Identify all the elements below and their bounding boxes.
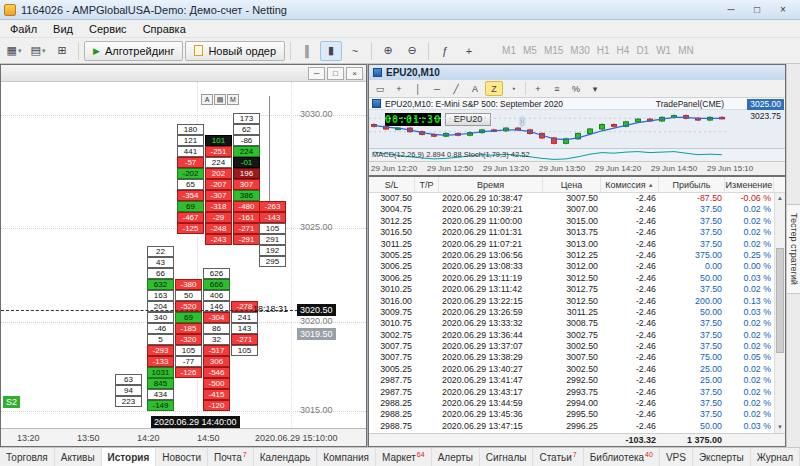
close-button[interactable]: × — [770, 2, 796, 18]
history-row[interactable]: 3006.252020.06.29 13:11:193012.50-2.4650… — [369, 273, 774, 284]
scroll-up-icon[interactable]: ▲ — [775, 193, 785, 204]
scroll-down-icon[interactable]: ▼ — [775, 422, 785, 433]
restore-chart-button[interactable]: □ — [327, 67, 344, 80]
history-column-header[interactable]: S/L — [369, 177, 415, 192]
bottom-tab[interactable]: История — [102, 448, 157, 466]
line-chart-icon[interactable]: ~ — [344, 41, 366, 61]
zoom-out-icon[interactable]: ⊖ — [401, 41, 423, 61]
history-row[interactable]: 3010.752020.06.29 13:33:323008.75-2.4637… — [369, 318, 774, 329]
bottom-tab[interactable]: Маркет64 — [376, 448, 432, 466]
candles-chart-icon[interactable]: ▮ — [320, 41, 342, 61]
history-row[interactable]: 3010.252020.06.29 13:11:423012.75-2.4637… — [369, 284, 774, 295]
history-column-header[interactable]: Цена — [543, 177, 601, 192]
indicators-icon[interactable]: ƒ — [434, 41, 456, 61]
timeframe-button[interactable]: H4 — [617, 45, 630, 56]
cursor-icon[interactable]: ▭ — [371, 81, 389, 96]
menu-item[interactable]: Справка — [135, 22, 194, 36]
history-row[interactable]: 3006.252020.06.29 13:08:333012.00-2.460.… — [369, 261, 774, 272]
timeframe-button[interactable]: H1 — [597, 45, 610, 56]
hline-icon[interactable]: ─ — [428, 81, 446, 96]
cluster-mode-button[interactable]: M — [227, 94, 239, 105]
vline-icon[interactable]: │ — [409, 81, 427, 96]
crosshair-icon[interactable]: + — [458, 41, 480, 61]
history-row[interactable]: 3004.752020.06.29 10:39:213007.00-2.4637… — [369, 204, 774, 215]
bottom-tab[interactable]: VPS — [660, 448, 693, 466]
timeframe-button[interactable]: MN — [678, 45, 694, 56]
history-row[interactable]: 3007.752020.06.29 13:37:073002.50-2.4637… — [369, 341, 774, 352]
history-row[interactable]: 2988.752020.06.29 13:47:152996.25-2.4650… — [369, 421, 774, 432]
history-row[interactable]: 3009.752020.06.29 13:26:593011.25-2.4650… — [369, 307, 774, 318]
history-column-header[interactable]: Время — [439, 177, 543, 192]
history-row[interactable]: 2987.752020.06.29 13:43:172993.75-2.4637… — [369, 387, 774, 398]
timeframe-button[interactable]: M15 — [544, 45, 563, 56]
bottom-tab[interactable]: Календарь — [254, 448, 317, 466]
history-row[interactable]: 3007.502020.06.29 10:38:473007.50-2.46-8… — [369, 193, 774, 204]
close-chart-button[interactable]: × — [346, 67, 363, 80]
cluster-chart-canvas[interactable]: 3030.003025.003020.003015.00180121441-57… — [1, 82, 366, 428]
new-order-button[interactable]: Новый ордер — [185, 41, 285, 61]
bars-chart-icon[interactable]: ║ — [296, 41, 318, 61]
history-cell: 2987.75 — [369, 387, 415, 398]
clock-icon[interactable]: ◔ — [504, 81, 522, 96]
trendline-icon[interactable]: ╱ — [447, 81, 465, 96]
text-tool-icon[interactable]: A — [466, 81, 484, 96]
scrollbar-thumb[interactable] — [776, 248, 784, 353]
minimize-chart-button[interactable]: ─ — [308, 67, 325, 80]
new-chart-icon[interactable]: ▦▾ — [3, 41, 25, 61]
history-row[interactable]: 3005.252020.06.29 13:40:273002.50-2.4625… — [369, 364, 774, 375]
bottom-tab[interactable]: Почта7 — [208, 448, 254, 466]
timeframe-button[interactable]: D1 — [636, 45, 649, 56]
zoom-in-icon[interactable]: ⊕ — [377, 41, 399, 61]
bottom-tab[interactable]: Новости — [156, 448, 208, 466]
history-column-header[interactable]: Изменение — [725, 177, 774, 192]
tile-windows-icon[interactable]: ⊞ — [51, 41, 73, 61]
bottom-tab[interactable]: Компания — [317, 448, 376, 466]
menu-item[interactable]: Сервис — [81, 22, 135, 36]
bottom-tab[interactable]: Активы — [55, 448, 102, 466]
history-column-header[interactable]: Прибыль — [659, 177, 725, 192]
bottom-tab[interactable]: Библиотека40 — [584, 448, 660, 466]
history-row[interactable]: 3016.502020.06.29 11:01:313013.75-2.4637… — [369, 227, 774, 238]
bottom-tab[interactable]: Торговля — [0, 448, 55, 466]
bottom-tab[interactable]: Сигналы — [480, 448, 534, 466]
add-indicator-icon[interactable]: + — [529, 81, 547, 96]
indicator-subwindow[interactable]: MACD(12,26,9) 2.894 0.88 Stoch(1,79,3) 4… — [369, 148, 785, 161]
maximize-button[interactable]: □ — [744, 2, 770, 18]
timeframe-button[interactable]: M1 — [502, 45, 516, 56]
percent-icon[interactable]: % — [567, 81, 585, 96]
bottom-tab[interactable]: Статьи7 — [533, 448, 583, 466]
bottom-tab[interactable]: Алерты — [432, 448, 480, 466]
cluster-window-titlebar[interactable]: ─□× — [1, 65, 366, 82]
history-row[interactable]: 3005.252020.06.29 13:06:563012.25-2.4637… — [369, 250, 774, 261]
quote-window-titlebar[interactable]: EPU20,M10 — [369, 65, 785, 80]
timeframe-button[interactable]: W1 — [656, 45, 671, 56]
cluster-mode-button[interactable]: A — [201, 94, 213, 105]
history-row[interactable]: 3016.002020.06.29 13:22:153012.50-2.4620… — [369, 296, 774, 307]
history-row[interactable]: 2988.252020.06.29 13:45:362995.50-2.4637… — [369, 409, 774, 420]
history-row[interactable]: 3011.252020.06.29 11:07:213013.00-2.4637… — [369, 239, 774, 250]
history-row[interactable]: 2988.252020.06.29 13:44:592994.00-2.4637… — [369, 398, 774, 409]
history-row[interactable]: 2987.752020.06.29 13:41:472992.50-2.4625… — [369, 375, 774, 386]
history-column-header[interactable]: Комиссия▲ — [601, 177, 659, 192]
history-column-header[interactable]: T/P — [415, 177, 439, 192]
history-row[interactable]: 3012.252020.06.29 11:00:003015.00-2.4637… — [369, 216, 774, 227]
list-icon[interactable]: ≡ — [548, 81, 566, 96]
algo-trading-button[interactable]: ▶Алготрейдинг — [84, 41, 183, 61]
bottom-tab[interactable]: Эксперты — [693, 448, 751, 466]
dropdown-icon[interactable]: ▾ — [586, 81, 604, 96]
cluster-mode-button[interactable]: ▤ — [214, 94, 226, 105]
quote-chart-canvas[interactable]: EPU20,M10: E-Mini S&P 500: September 202… — [369, 98, 785, 161]
timeframe-button[interactable]: M30 — [570, 45, 589, 56]
menu-item[interactable]: Вид — [45, 22, 81, 36]
history-row[interactable]: 3002.752020.06.29 13:36:443002.75-2.4637… — [369, 330, 774, 341]
draw-tool-icon[interactable]: Z — [485, 81, 503, 96]
menu-item[interactable]: Файл — [2, 22, 45, 36]
profiles-icon[interactable]: ▤▾ — [27, 41, 49, 61]
minimize-button[interactable]: ─ — [718, 2, 744, 18]
timeframe-button[interactable]: M5 — [523, 45, 537, 56]
strategy-tester-tab[interactable]: Тестер стратегий — [787, 204, 800, 294]
history-row[interactable]: 3007.752020.06.29 13:38:293007.50-2.4675… — [369, 352, 774, 363]
crosshair-icon[interactable]: + — [390, 81, 408, 96]
bottom-tab[interactable]: Журнал — [751, 448, 800, 466]
vertical-scrollbar[interactable]: ▲ ▼ — [774, 193, 785, 433]
